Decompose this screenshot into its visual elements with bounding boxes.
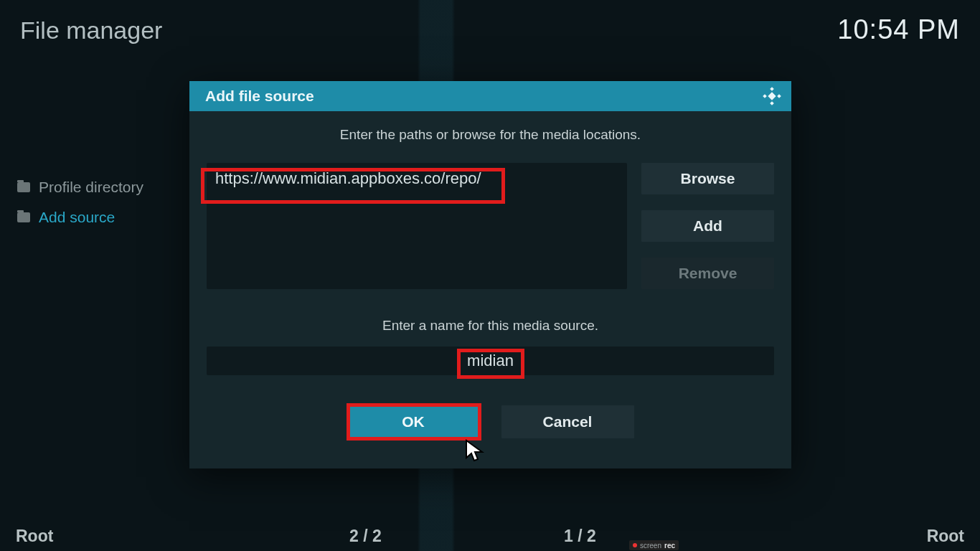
sidebar-item-label: Profile directory (39, 179, 143, 196)
watermark-text-suffix: rec (664, 542, 675, 550)
clock: 10:54 PM (837, 14, 960, 45)
path-input[interactable] (207, 163, 627, 194)
footer-count-right: 1 / 2 (564, 527, 596, 546)
sidebar-item-label: Add source (39, 209, 115, 226)
svg-rect-2 (777, 94, 781, 98)
file-source-list: Profile directory Add source (13, 172, 199, 232)
paths-list[interactable] (207, 163, 627, 289)
record-dot-icon (633, 543, 637, 547)
cancel-button[interactable]: Cancel (501, 405, 634, 438)
header-bar: File manager 10:54 PM (0, 0, 980, 45)
remove-button[interactable]: Remove (641, 258, 774, 289)
svg-rect-4 (768, 92, 776, 100)
folder-icon (17, 212, 30, 222)
svg-rect-1 (763, 94, 767, 98)
page-title: File manager (20, 17, 162, 44)
dialog-header: Add file source (189, 81, 791, 111)
footer-count-left: 2 / 2 (349, 527, 382, 546)
sidebar-item-profile-directory[interactable]: Profile directory (13, 172, 199, 202)
dialog-title: Add file source (205, 88, 314, 105)
dialog-body: Enter the paths or browse for the media … (189, 111, 791, 438)
footer-bar: Root 2 / 2 1 / 2 Root (0, 521, 980, 551)
footer-left-root: Root (16, 527, 53, 546)
screenrec-watermark: screenrec (629, 540, 679, 550)
name-instruction: Enter a name for this media source. (207, 318, 774, 334)
source-name-input[interactable] (207, 347, 774, 375)
svg-rect-3 (770, 101, 774, 105)
ok-button[interactable]: OK (347, 405, 480, 438)
paths-instruction: Enter the paths or browse for the media … (207, 127, 774, 143)
svg-rect-0 (770, 87, 774, 91)
sidebar-item-add-source[interactable]: Add source (13, 202, 199, 232)
folder-icon (17, 182, 30, 192)
add-button[interactable]: Add (641, 210, 774, 242)
browse-button[interactable]: Browse (641, 163, 774, 194)
watermark-text-prefix: screen (640, 542, 661, 550)
footer-right-root: Root (927, 527, 964, 546)
kodi-logo-icon (763, 87, 781, 105)
add-file-source-dialog: Add file source Enter the paths or brows… (189, 81, 791, 468)
